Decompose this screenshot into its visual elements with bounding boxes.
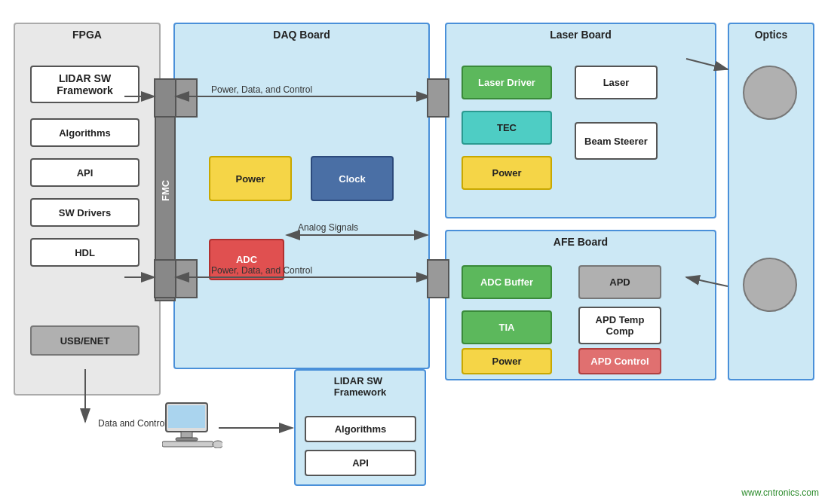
apd-temp-comp-box: APD Temp Comp	[578, 307, 661, 344]
arrow-label-power-bottom: Power, Data, and Control	[211, 265, 312, 276]
tia-box: TIA	[462, 310, 552, 344]
daq-board: DAQ Board Power Clock ADC	[173, 23, 430, 369]
laser-board: Laser Board Laser Driver TEC Power Laser…	[445, 23, 716, 218]
watermark: www.cntronics.com	[741, 487, 819, 498]
optics-label: Optics	[755, 29, 788, 41]
api-box: API	[30, 158, 140, 187]
beam-steerer-box: Beam Steerer	[575, 122, 658, 160]
adc-buffer-box: ADC Buffer	[462, 265, 552, 299]
daq-label: DAQ Board	[273, 29, 330, 41]
hdl-box: HDL	[30, 238, 140, 267]
arrow-label-data-control: Data and Control	[98, 418, 167, 429]
algorithms-bottom-box: Algorithms	[305, 416, 416, 442]
apd-box: APD	[578, 265, 661, 299]
lidar-sw-framework: LIDAR SW Framework	[30, 66, 140, 103]
laser-box: Laser	[575, 66, 658, 99]
fpga-board: FPGA LIDAR SW Framework Algorithms API S…	[14, 23, 161, 396]
optics-board: Optics	[728, 23, 814, 380]
laser-driver-box: Laser Driver	[462, 66, 552, 99]
optic-circle-bottom	[743, 258, 797, 312]
svg-rect-21	[176, 438, 198, 441]
laser-label: Laser Board	[550, 29, 612, 41]
svg-point-23	[213, 441, 222, 448]
afe-board: AFE Board ADC Buffer APD TIA APD Temp Co…	[445, 230, 716, 380]
sw-drivers-box: SW Drivers	[30, 198, 140, 227]
afe-label: AFE Board	[554, 236, 608, 248]
power-afe-box: Power	[462, 348, 552, 374]
svg-rect-22	[162, 441, 213, 447]
clock-box: Clock	[311, 156, 394, 201]
diagram: FPGA LIDAR SW Framework Algorithms API S…	[0, 0, 828, 504]
fmc-box: FMC	[155, 79, 176, 301]
optic-circle-top	[743, 66, 797, 120]
api-bottom-box: API	[305, 450, 416, 476]
computer-icon	[162, 399, 222, 448]
lidar-sw-bottom-label: LIDAR SWFramework	[334, 375, 386, 398]
apd-control-box: APD Control	[578, 348, 661, 374]
fpga-label: FPGA	[72, 29, 102, 41]
algorithms-box: Algorithms	[30, 118, 140, 147]
arrow-label-analog: Analog Signals	[298, 222, 358, 233]
usb-enet-box: USB/ENET	[30, 325, 140, 356]
tec-box: TEC	[462, 111, 552, 145]
arrow-label-power-top: Power, Data, and Control	[211, 84, 312, 95]
lidar-sw-bottom-board: LIDAR SWFramework Algorithms API	[294, 369, 426, 486]
power-laser-box: Power	[462, 156, 552, 190]
svg-rect-19	[168, 405, 205, 428]
svg-rect-20	[181, 432, 192, 438]
power-daq-box: Power	[209, 156, 292, 201]
